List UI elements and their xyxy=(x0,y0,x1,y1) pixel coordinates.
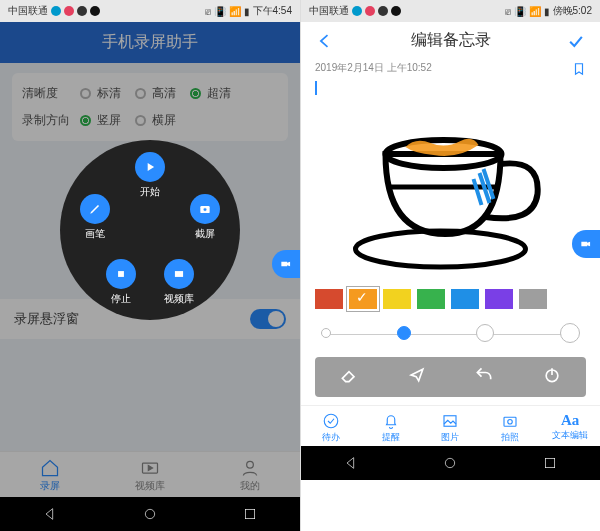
camera-icon xyxy=(198,202,212,216)
radial-pen[interactable]: 画笔 xyxy=(72,194,118,241)
share-icon xyxy=(407,365,427,385)
swatch-blue[interactable] xyxy=(451,289,479,309)
signal-icon: 📶 xyxy=(229,6,241,17)
svg-point-13 xyxy=(324,414,338,428)
swatch-green[interactable] xyxy=(417,289,445,309)
svg-rect-15 xyxy=(504,417,516,426)
svg-point-17 xyxy=(446,458,455,467)
svg-rect-3 xyxy=(245,509,254,518)
phone-memo-editor: 中国联通 ⎚ 📳 📶 ▮ 傍晚5:02 编辑备忘录 2019年2月14日 上午1… xyxy=(300,0,600,531)
play-icon xyxy=(143,160,157,174)
check-icon[interactable] xyxy=(566,31,586,51)
svg-rect-14 xyxy=(444,416,456,427)
app-dot-icon xyxy=(51,6,61,16)
clock: 下午4:54 xyxy=(253,4,292,18)
signal-icon: 📶 xyxy=(529,6,541,17)
power-button[interactable] xyxy=(518,357,586,397)
radial-menu: 开始 画笔 截屏 停止 视频库 xyxy=(60,140,240,320)
cup-drawing xyxy=(315,99,586,277)
nav-recent-icon[interactable] xyxy=(242,506,258,522)
svg-point-5 xyxy=(203,208,207,212)
image-icon xyxy=(441,412,459,430)
radial-start[interactable]: 开始 xyxy=(127,152,173,199)
radial-stop[interactable]: 停止 xyxy=(98,259,144,306)
android-navbar xyxy=(0,497,300,531)
swatch-yellow[interactable] xyxy=(383,289,411,309)
tab-todo[interactable]: 待办 xyxy=(301,412,361,444)
radial-screenshot[interactable]: 截屏 xyxy=(182,194,228,241)
battery-icon: ▮ xyxy=(544,6,550,17)
swatch-red[interactable] xyxy=(315,289,343,309)
size-sm[interactable] xyxy=(397,326,411,340)
nav-back-icon[interactable] xyxy=(343,455,359,471)
nav-recent-icon[interactable] xyxy=(542,455,558,471)
eraser-icon xyxy=(339,365,359,385)
app-dot-icon xyxy=(77,6,87,16)
share-button[interactable] xyxy=(383,357,451,397)
camera-icon xyxy=(501,412,519,430)
vibrate-icon: 📳 xyxy=(214,6,226,17)
cast-icon: ⎚ xyxy=(205,6,211,17)
battery-icon: ▮ xyxy=(244,6,250,17)
pen-icon xyxy=(88,202,102,216)
check-circle-icon xyxy=(322,412,340,430)
android-navbar xyxy=(301,446,600,480)
svg-rect-18 xyxy=(545,458,554,467)
text-aa-icon: Aa xyxy=(540,412,600,429)
drawing-canvas[interactable] xyxy=(315,99,586,277)
nav-home-icon[interactable] xyxy=(142,506,158,522)
power-icon xyxy=(542,365,562,385)
svg-point-2 xyxy=(145,509,154,518)
app-dot-icon xyxy=(378,6,388,16)
video-lib-icon xyxy=(172,267,186,281)
app-dot-icon xyxy=(365,6,375,16)
cast-icon: ⎚ xyxy=(505,6,511,17)
editor-bottom-tabs: 待办 提醒 图片 拍照 Aa文本编辑 xyxy=(301,405,600,446)
camcorder-icon xyxy=(579,237,593,251)
brush-sizes xyxy=(301,315,600,353)
size-lg[interactable] xyxy=(560,323,580,343)
app-dot-icon xyxy=(352,6,362,16)
side-fab[interactable] xyxy=(572,230,600,258)
undo-icon xyxy=(474,365,494,385)
stop-icon xyxy=(114,267,128,281)
nav-back-icon[interactable] xyxy=(42,506,58,522)
side-fab[interactable] xyxy=(272,250,300,278)
memo-meta: 2019年2月14日 上午10:52 xyxy=(301,59,600,81)
undo-button[interactable] xyxy=(451,357,519,397)
svg-rect-6 xyxy=(118,271,124,277)
status-bar: 中国联通 ⎚ 📳 📶 ▮ 傍晚5:02 xyxy=(301,0,600,22)
vibrate-icon: 📳 xyxy=(514,6,526,17)
timestamp: 2019年2月14日 上午10:52 xyxy=(315,61,432,77)
carrier: 中国联通 xyxy=(8,4,48,18)
tab-camera[interactable]: 拍照 xyxy=(480,412,540,444)
swatch-orange[interactable] xyxy=(349,289,377,309)
drawing-toolbar xyxy=(315,357,586,397)
swatch-purple[interactable] xyxy=(485,289,513,309)
phone-screen-recorder: 中国联通 ⎚ 📳 📶 ▮ 下午4:54 手机录屏助手 清晰度 标清 高清 超清 … xyxy=(0,0,300,531)
bookmark-icon[interactable] xyxy=(572,61,586,77)
tab-text[interactable]: Aa文本编辑 xyxy=(540,412,600,444)
radial-library[interactable]: 视频库 xyxy=(156,259,202,306)
editor-header: 编辑备忘录 xyxy=(301,22,600,59)
carrier: 中国联通 xyxy=(309,4,349,18)
back-icon[interactable] xyxy=(315,31,335,51)
tab-image[interactable]: 图片 xyxy=(421,412,481,444)
app-dot-icon xyxy=(64,6,74,16)
size-md[interactable] xyxy=(476,324,494,342)
eraser-button[interactable] xyxy=(315,357,383,397)
swatch-gray[interactable] xyxy=(519,289,547,309)
size-xs[interactable] xyxy=(321,328,331,338)
app-dot-icon xyxy=(90,6,100,16)
camcorder-icon xyxy=(279,257,293,271)
tab-remind[interactable]: 提醒 xyxy=(361,412,421,444)
clock: 傍晚5:02 xyxy=(553,4,592,18)
nav-home-icon[interactable] xyxy=(442,455,458,471)
bell-icon xyxy=(382,412,400,430)
svg-point-16 xyxy=(508,420,513,425)
page-title: 编辑备忘录 xyxy=(411,30,491,51)
status-bar: 中国联通 ⎚ 📳 📶 ▮ 下午4:54 xyxy=(0,0,300,22)
text-cursor[interactable] xyxy=(315,81,586,95)
app-dot-icon xyxy=(391,6,401,16)
color-swatches xyxy=(301,283,600,315)
